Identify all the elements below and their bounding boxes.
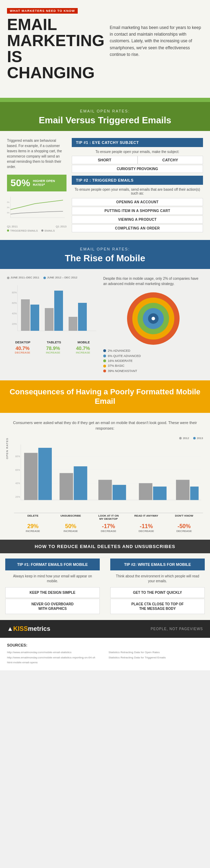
tip2-header: TIP #2 : TRIGGERED EMAILS (72, 176, 203, 185)
reduce-header: HOW TO REDUCE EMAIL DELETES AND UNSUBSCR… (0, 540, 210, 553)
legend-circle-2 (43, 277, 46, 279)
bar-chart2-xlabels: DELETE UNSUBSCRIBE LOOK AT IT ONMY DESKT… (14, 513, 203, 521)
svg-text:30%: 30% (7, 206, 10, 209)
cl-basic: 37% BASIC (103, 363, 203, 368)
stat-mobile-desc: INCREASE (76, 351, 90, 354)
svg-text:20%: 20% (7, 212, 10, 214)
section2-heading: The Rise of Mobile (5, 253, 205, 264)
tip2-col-header: TIP #2: WRITE EMAILS FOR MOBILE (110, 559, 205, 570)
tip-col-1: TIP #1: FORMAT EMAILS FOR MOBILE Always … (0, 553, 105, 620)
fifty-num: 50% (10, 177, 30, 189)
section1-left: Triggered emails are behavioral based. F… (7, 138, 66, 233)
main-title: EMAIL MARKETING IS CHANGING (7, 16, 105, 81)
tip1-header: TIP #1 : EYE CATCHY SUBJECT (72, 138, 203, 147)
circle-labels: 2% ADVANCED 6% QUITE ADVANCED 16% MODERA… (103, 348, 203, 373)
mobile-chart-area: JUNE 2011–DEC 2011 JUNE 2012 – DEC 2012 … (7, 276, 98, 373)
section1-sublabel: EMAIL OPEN RATES: (5, 109, 205, 113)
tip2-item-3: VIEWING A PRODUCT (72, 216, 203, 224)
svg-text:40%: 40% (7, 201, 10, 203)
section3-header: Consequences of Having a Poorly Formatte… (0, 380, 210, 413)
stat-tablets-num: 78.9% (46, 345, 60, 351)
svg-rect-42 (74, 466, 88, 500)
chart-legend: TRIGGERED EMAILS EMAILS (7, 229, 66, 232)
tip-col-2: TIP #2: WRITE EMAILS FOR MOBILE Think ab… (105, 553, 210, 620)
b2-stat-read: -11% DECREASE (127, 523, 165, 533)
bar-chart2-wrapper: 2012 2013 OPEN RATES 80% 60% 40% 20% (7, 437, 203, 533)
xl-delete: DELETE (14, 514, 52, 520)
stat-mobile-num: 40.7% (76, 345, 90, 351)
header-description: Email marketing has been used for years … (110, 7, 203, 58)
xl-dontknow: DON'T KNOW (165, 514, 203, 520)
section2-sublabel: EMAIL OPEN RATES: (5, 247, 205, 251)
b2-stat-delete-desc: INCREASE (14, 530, 52, 533)
svg-text:20%: 20% (12, 323, 17, 325)
mobile-bar-chart: 80% 60% 40% 20% (7, 282, 98, 338)
short-catchy-row: SHORT CATCHY (72, 156, 203, 164)
source-1: http://www.emailmonday.com/mobile-email-… (7, 650, 102, 655)
section3-desc: Consumers were asked what they do if the… (7, 420, 203, 431)
catchy-item: CATCHY (138, 156, 203, 164)
svg-text:80%: 80% (12, 291, 17, 294)
b2-stat-desktop-desc: DECREASE (90, 530, 127, 533)
bar-stats: 40.7% DECREASE 78.9% INCREASE 40.7% INCR… (7, 345, 98, 354)
higher-open: HIGHER OPEN RATES⁴ (33, 179, 63, 187)
source-4: Statistics Retracting Data for Triggered… (108, 655, 203, 660)
sources-col-2: Statistics Retracting Data for Open Rate… (108, 650, 203, 665)
svg-point-29 (152, 317, 155, 320)
b2-stat-dontknow-num: -50% (165, 523, 203, 530)
cl-moderate: 16% MODERATE (103, 358, 203, 363)
b2-stat-unsub: 50% INCREASE (52, 523, 90, 533)
svg-rect-45 (139, 483, 153, 500)
b2-stat-desktop: -17% DECREASE (90, 523, 127, 533)
svg-rect-18 (21, 299, 30, 331)
svg-text:60%: 60% (15, 469, 20, 471)
red-banner: WHAT MARKETERS NEED TO KNOW (7, 8, 78, 14)
stat-desktop: 40.7% DECREASE (15, 345, 30, 354)
svg-rect-41 (59, 473, 73, 500)
tip2-item-2: PUTTING ITEM IN A SHOPPING CART (72, 207, 203, 215)
svg-text:20%: 20% (15, 496, 20, 498)
section1-inner: Triggered emails are behavioral based. F… (7, 138, 203, 233)
kiss-logo: ▲KISSmetrics (7, 625, 50, 633)
bar-label-mobile: MOBILE (78, 341, 90, 344)
b2-stat-desktop-num: -17% (90, 523, 127, 530)
tips-grid: TIP #1: FORMAT EMAILS FOR MOBILE Always … (0, 553, 210, 620)
tip2-items-list: OPENING AN ACCOUNT PUTTING ITEM IN A SHO… (72, 198, 203, 232)
open-rates-label: OPEN RATES (6, 438, 9, 459)
section2-header: EMAIL OPEN RATES: The Rise of Mobile (0, 240, 210, 269)
svg-rect-21 (54, 291, 63, 331)
sources-section: SOURCES: http://www.emailmonday.com/mobi… (0, 638, 210, 670)
triggered-legend-dot (7, 229, 9, 232)
cl-dot-advanced (103, 349, 106, 352)
tip1-col-header: TIP #1: FORMAT EMAILS FOR MOBILE (5, 559, 100, 570)
b2-stat-dontknow: -50% DECREASE (165, 523, 203, 533)
short-item: SHORT (72, 156, 138, 164)
tip1-sub: To ensure people open your emails, make … (72, 148, 203, 156)
section1-content: Triggered emails are behavioral based. F… (0, 131, 210, 240)
stat-desktop-num: 40.7% (15, 345, 30, 351)
bar-labels: DESKTOP TABLETS MOBILE (7, 341, 98, 344)
b2-stat-unsub-desc: INCREASE (52, 530, 90, 533)
concentric-svg (125, 291, 181, 347)
svg-rect-39 (24, 453, 38, 500)
tip1-col-item-2: NEVER GO OVERBOARDWITH GRAPHICS (5, 599, 100, 614)
chart-labels: Q1 2011 Q1 2013 (7, 225, 66, 228)
svg-rect-43 (98, 480, 112, 500)
svg-rect-40 (38, 448, 52, 500)
cl-advanced: 2% ADVANCED (103, 348, 203, 353)
svg-rect-44 (113, 485, 126, 500)
svg-rect-19 (30, 305, 39, 331)
tip2-item-4: COMPLETING AN ORDER (72, 224, 203, 232)
section1-heading: Email Versus Triggered Emails (5, 115, 205, 126)
cl-dot-basic (103, 365, 106, 367)
header-section: WHAT MARKETERS NEED TO KNOW EMAIL MARKET… (0, 0, 210, 98)
tip1-col-item-1: KEEP THE DESIGN SIMPLE (5, 587, 100, 598)
header-left: WHAT MARKETERS NEED TO KNOW EMAIL MARKET… (7, 7, 105, 81)
stat-mobile: 40.7% INCREASE (76, 345, 90, 354)
bar-chart2-svg: 80% 60% 40% 20% (14, 442, 203, 511)
cl-nonexistant: 39% NONEXISTANT (103, 369, 203, 373)
xl-unsubscribe: UNSUBSCRIBE (52, 514, 90, 520)
footer: ▲KISSmetrics PEOPLE, NOT PAGEVIEWS (0, 620, 210, 638)
b2-stat-delete-num: 29% (14, 523, 52, 530)
bar-chart2-stats: 29% INCREASE 50% INCREASE -17% DECREASE … (14, 523, 203, 533)
